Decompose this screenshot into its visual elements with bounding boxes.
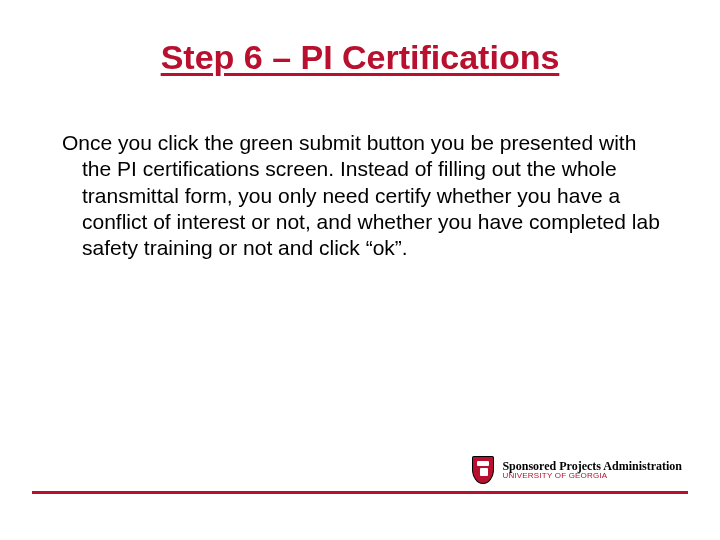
- slide-title: Step 6 – PI Certifications: [0, 38, 720, 77]
- uga-shield-icon: [472, 456, 494, 484]
- footer-logo-text: Sponsored Projects Administration UNIVER…: [502, 460, 682, 481]
- footer-divider: [32, 491, 688, 494]
- slide: Step 6 – PI Certifications Once you clic…: [0, 0, 720, 540]
- slide-body-paragraph: Once you click the green submit button y…: [42, 130, 660, 261]
- footer-logo: Sponsored Projects Administration UNIVER…: [472, 456, 682, 484]
- footer-logo-line2: UNIVERSITY OF GEORGIA: [502, 472, 682, 480]
